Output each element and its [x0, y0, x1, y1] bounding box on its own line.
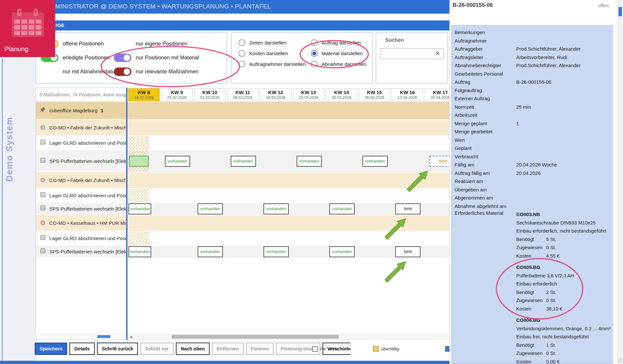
week-header[interactable]: KW 10 02.03.2026 [194, 88, 226, 101]
week-header[interactable]: KW 14 30.03.2026 [326, 88, 357, 101]
plan-row[interactable]: SPS-Pufferbatterien wechseln [Elektrik] [36, 203, 126, 214]
radio-option[interactable]: Kosten darstellen [238, 48, 306, 59]
toolbar-button[interactable]: Schritt zurück [97, 343, 138, 355]
radio-option[interactable]: Zeiten darstellen [238, 37, 306, 48]
toggle-switch[interactable] [114, 67, 131, 76]
week-header[interactable]: KW 13 23.03.2026 [293, 88, 324, 101]
material-cell-ok[interactable]: vorhanden [128, 246, 151, 257]
plan-row[interactable]: Lager GLRD abschmieren und Position ü [36, 231, 126, 245]
week-header[interactable]: KW 16 13.04.2026 [392, 88, 423, 101]
detail-vertical-scrollbar[interactable] [617, 0, 622, 364]
week-date: 09.03.2026 [227, 95, 258, 100]
spec-value: 5 St. [546, 235, 556, 244]
timeline-row[interactable] [128, 215, 449, 231]
timeline-row[interactable] [128, 102, 449, 119]
calendar-icon [39, 248, 47, 255]
timeline-row[interactable] [128, 136, 449, 150]
material-cell-ok[interactable]: vorhanden [231, 156, 256, 167]
pin-icon [39, 106, 47, 114]
scroll-left-icon[interactable]: ◀ [129, 335, 132, 339]
spec-label: Zugewiesen [516, 296, 546, 305]
material-cell-ok[interactable]: vorhanden [297, 156, 322, 167]
material-cell-ok[interactable]: vorhanden [165, 156, 190, 167]
detail-label: Geplant [455, 144, 516, 152]
radio-icon[interactable] [238, 39, 245, 46]
resize-grip[interactable] [618, 358, 622, 363]
material-cell-missing[interactable]: fehlt [395, 203, 421, 214]
radio-option[interactable]: Material darstellen [311, 48, 366, 59]
material-cell-missing[interactable]: fehlt [395, 246, 421, 257]
material-line: Einbau frei, nicht bestandsgeführt [516, 333, 612, 341]
plan-row[interactable]: SPS-Pufferbatterien wechseln [Elektrik] [36, 150, 126, 172]
radio-option[interactable]: Auftragnehmer darstellen [238, 59, 306, 69]
material-cell-ok[interactable]: vorhanden [263, 203, 289, 214]
clear-search-icon[interactable]: ✕ [435, 50, 440, 57]
material-cell-ok[interactable]: vorhanden [198, 246, 223, 257]
detail-scroll-thumb[interactable] [618, 7, 622, 16]
timeline-row[interactable]: vorhandenvorhandenvorhandenvorhandenfehl… [128, 151, 449, 172]
week-date: 23.02.2026 [162, 95, 192, 100]
toolbar-button[interactable]: Details [69, 343, 95, 355]
panel-splitter[interactable] [126, 88, 128, 340]
timeline-horizontal-scrollbar[interactable]: ◀ [128, 334, 449, 340]
detail-fields: Bemerkungen Auftragnehmer Auftraggeber P… [455, 28, 612, 210]
plan-row[interactable]: cubeoffice Magdeburg 1 [36, 102, 126, 119]
radio-icon[interactable] [238, 61, 245, 67]
material-cell-ok[interactable]: vorhanden [263, 246, 289, 257]
material-cell-selected[interactable] [129, 156, 149, 167]
timeline-row[interactable] [128, 120, 449, 136]
material-cell-ok[interactable]: vorhanden [198, 203, 223, 214]
week-header[interactable]: KW 9 23.02.2026 [161, 88, 193, 101]
timeline-row[interactable] [128, 232, 449, 245]
week-header[interactable]: KW 15 06.04.2026 [359, 88, 390, 101]
legend-swatch[interactable] [373, 346, 379, 352]
toolbar-button[interactable]: Entfernen [212, 343, 244, 355]
toolbar-button[interactable]: Schritt vor [140, 343, 174, 355]
radio-option[interactable]: Auftrag darstellen [311, 37, 366, 48]
filter-row: nur relevante Maßnahmen [114, 65, 199, 79]
search-input[interactable] [381, 48, 444, 59]
timeline-row[interactable]: vorhandenvorhandenvorhandenvorhandenfehl… [128, 203, 449, 215]
week-date: 20.04.2026 [425, 95, 450, 100]
radio-icon[interactable] [311, 50, 318, 57]
toolbar-button[interactable]: Fixieren [246, 343, 274, 355]
timeline-row[interactable]: vorhandenvorhandenvorhandenvorhandenfehl… [128, 246, 449, 258]
radio-icon[interactable] [238, 50, 245, 57]
plan-row[interactable]: ⚙ CO-MD • Kesselhaus • HM PUR Mischer [36, 215, 126, 231]
timeline-scroll-thumb[interactable] [172, 335, 339, 339]
detail-label: Externer Auftrag [455, 94, 516, 103]
toggle-switch[interactable] [41, 67, 58, 76]
plan-row[interactable]: Lager GLRD abschmieren und Position ü [36, 188, 126, 202]
toggle-switch[interactable] [114, 54, 131, 62]
due-date-cell[interactable]: fehlt [429, 156, 450, 167]
plan-row[interactable]: SPS-Pufferbatterien wechseln [Elektrik] [36, 246, 126, 257]
week-header[interactable]: KW 17 20.04.2026 [425, 88, 450, 101]
legend-swatch[interactable] [312, 346, 318, 352]
planung-tile[interactable]: Planung [0, 0, 55, 57]
material-cell-ok[interactable]: vorhanden [128, 203, 151, 214]
plan-row[interactable]: ⚙ CO-MD • Fabrik der Zukunft • Mischer [36, 172, 126, 188]
material-cell-ok[interactable]: vorhanden [329, 246, 355, 257]
material-cell-ok[interactable]: vorhanden [362, 156, 388, 167]
week-header[interactable]: KW 12 16.03.2026 [260, 88, 291, 101]
timeline-row[interactable] [128, 173, 449, 188]
radio-option[interactable]: Abnahme darstellen [311, 59, 366, 69]
list-scroll-thumb[interactable] [97, 335, 110, 338]
list-horizontal-scrollbar[interactable] [36, 334, 126, 339]
toggle-switch[interactable] [114, 40, 131, 48]
radio-icon[interactable] [311, 61, 318, 67]
radio-icon[interactable] [311, 39, 318, 46]
material-cell-ok[interactable]: vorhanden [329, 203, 355, 214]
spec-value: 2 St. [546, 288, 556, 297]
toolbar-button[interactable]: Nach oben [176, 343, 210, 355]
week-header[interactable]: KW 11 09.03.2026 [227, 88, 259, 101]
detail-value [516, 37, 612, 45]
week-number: KW 9 [162, 90, 192, 95]
toolbar-button[interactable]: Speichern [35, 343, 67, 355]
detail-value [516, 186, 612, 194]
plan-row[interactable]: ⚙ CO-MD • Fabrik der Zukunft • Mischer F [36, 120, 126, 135]
week-header[interactable]: KW 8 16.02.2026 [128, 88, 160, 101]
timeline-row[interactable] [128, 189, 449, 202]
detail-value [516, 144, 612, 152]
plan-row[interactable]: Lager GLRD abschmieren und Position ü [36, 136, 126, 150]
